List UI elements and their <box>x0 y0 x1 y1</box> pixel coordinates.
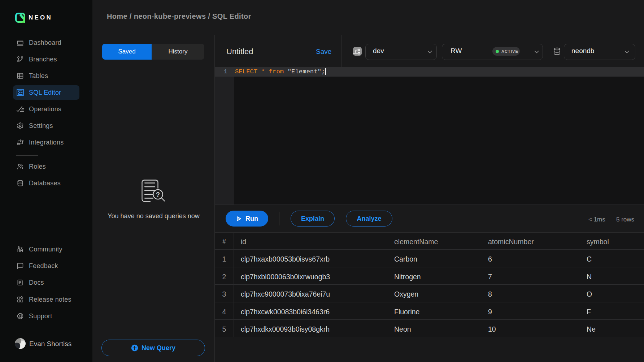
svg-text:?: ? <box>156 191 160 198</box>
